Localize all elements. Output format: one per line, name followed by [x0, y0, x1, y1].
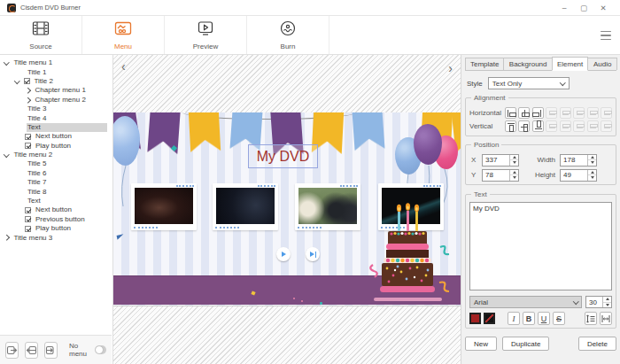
- move-out-button[interactable]: [5, 342, 19, 359]
- hamburger-menu-icon[interactable]: [601, 31, 611, 40]
- tab-element[interactable]: Element: [552, 57, 589, 71]
- height-spinner[interactable]: [560, 169, 597, 182]
- align-h-left-button[interactable]: [505, 107, 516, 119]
- element-actions: New Duplicate Delete: [465, 337, 616, 351]
- preview-button[interactable]: Preview: [165, 16, 247, 54]
- letter-spacing-button[interactable]: [600, 312, 612, 325]
- expander-right-icon[interactable]: [25, 97, 30, 103]
- tree-item-next-button[interactable]: Next button: [0, 132, 112, 141]
- tree-item-title-menu-3[interactable]: Title menu 3: [0, 233, 112, 242]
- font-size-spinner[interactable]: [585, 296, 612, 308]
- width-label: Width: [534, 156, 557, 164]
- tree-item-chapter-menu-1[interactable]: Chapter menu 1: [0, 86, 112, 95]
- tree-item-title-6[interactable]: Title 6: [0, 169, 112, 178]
- close-button[interactable]: ✕: [593, 1, 613, 15]
- distribute-v-button-disabled: [601, 120, 612, 132]
- tree-item-play-button[interactable]: Play button: [0, 142, 112, 151]
- dvd-title-text-element[interactable]: My DVD: [248, 144, 318, 168]
- video-thumbnail-3[interactable]: [295, 183, 360, 230]
- align-v-middle-button[interactable]: [518, 120, 530, 132]
- align-h-center-button[interactable]: [518, 107, 530, 119]
- text-content-input[interactable]: My DVD: [469, 202, 612, 290]
- checkbox-checked[interactable]: [25, 143, 31, 149]
- next-button-element[interactable]: [306, 247, 320, 261]
- burn-button[interactable]: Burn: [247, 16, 329, 54]
- confetti-dot: [293, 298, 295, 299]
- tab-audio[interactable]: Audio: [587, 58, 617, 70]
- tree-item-title-5[interactable]: Title 5: [0, 159, 112, 168]
- tab-template[interactable]: Template: [465, 58, 504, 70]
- expander-right-icon[interactable]: [25, 88, 30, 93]
- video-thumbnail-2[interactable]: [213, 183, 278, 230]
- italic-button[interactable]: I: [508, 312, 520, 325]
- x-input[interactable]: [483, 155, 509, 166]
- tree-item-text-2[interactable]: Text: [0, 197, 112, 205]
- tree-item-chapter-menu-2[interactable]: Chapter menu 2: [0, 96, 112, 105]
- confetti-flag: [117, 234, 125, 240]
- balloon-purple: [414, 124, 442, 165]
- tree-item-title-2[interactable]: Title 2: [0, 77, 112, 86]
- bold-button[interactable]: B: [523, 312, 535, 325]
- duplicate-element-button[interactable]: Duplicate: [502, 337, 549, 351]
- strikethrough-button[interactable]: S: [553, 312, 565, 325]
- checkbox-checked[interactable]: [25, 134, 31, 140]
- tree-item-title-4[interactable]: Title 4: [0, 113, 112, 122]
- font-family-dropdown[interactable]: Arial: [469, 296, 582, 308]
- play-button-element[interactable]: [276, 247, 291, 261]
- move-in-button[interactable]: [44, 342, 58, 359]
- menu-tree: Title menu 1 Title 1 Title 2 Chapter men…: [0, 57, 112, 335]
- align-h-right-button[interactable]: [532, 107, 544, 119]
- outline-color-swatch[interactable]: [484, 313, 495, 324]
- delete-element-button[interactable]: Delete: [578, 337, 616, 351]
- style-dropdown[interactable]: Text Only: [488, 77, 570, 89]
- checkbox-checked[interactable]: [25, 207, 31, 213]
- minimize-button[interactable]: –: [554, 1, 574, 15]
- tree-item-title-menu-2[interactable]: Title menu 2: [0, 151, 112, 159]
- tree-item-title-menu-1[interactable]: Title menu 1: [0, 58, 112, 67]
- width-spinner[interactable]: [560, 154, 597, 167]
- checkbox-checked[interactable]: [25, 216, 31, 222]
- y-input[interactable]: [483, 170, 509, 181]
- tree-item-text-selected[interactable]: Text: [0, 123, 112, 132]
- tree-item-next-button-2[interactable]: Next button: [0, 205, 112, 214]
- checkbox-checked[interactable]: [24, 78, 30, 84]
- font-size-input[interactable]: [586, 297, 602, 307]
- tree-item-title-7[interactable]: Title 7: [0, 178, 112, 187]
- chevron-down-icon: [573, 298, 578, 304]
- menu-button[interactable]: Menu: [82, 16, 165, 54]
- play-icon: [282, 252, 286, 257]
- expander-down-icon[interactable]: [4, 151, 9, 157]
- burn-label: Burn: [281, 43, 296, 50]
- align-v-bottom-button[interactable]: [532, 120, 544, 132]
- previous-template-button[interactable]: ‹: [121, 61, 126, 72]
- tree-item-play-button-2[interactable]: Play button: [0, 224, 112, 233]
- y-spinner[interactable]: [482, 169, 519, 182]
- underline-button[interactable]: U: [538, 312, 550, 325]
- birthday-cake-graphic: [366, 201, 450, 306]
- align-v-top-button[interactable]: [505, 120, 516, 132]
- tree-item-title-8[interactable]: Title 8: [0, 187, 112, 196]
- expander-down-icon[interactable]: [14, 78, 19, 83]
- source-button[interactable]: Source: [0, 16, 82, 54]
- tree-item-title-1[interactable]: Title 1: [0, 67, 112, 76]
- expander-down-icon[interactable]: [4, 59, 9, 65]
- tree-item-previous-button[interactable]: Previous button: [0, 215, 112, 224]
- tab-background[interactable]: Background: [503, 58, 552, 70]
- height-input[interactable]: [561, 170, 587, 181]
- font-family-value: Arial: [474, 298, 488, 306]
- text-color-swatch[interactable]: [469, 313, 481, 324]
- new-element-button[interactable]: New: [465, 337, 497, 351]
- x-spinner[interactable]: [482, 154, 519, 167]
- text-legend: Text: [471, 190, 490, 198]
- checkbox-checked[interactable]: [25, 226, 31, 232]
- tree-item-title-3[interactable]: Title 3: [0, 105, 112, 113]
- no-menu-toggle[interactable]: [95, 345, 106, 354]
- balloon-blue-left: [113, 116, 140, 166]
- maximize-button[interactable]: ▢: [574, 1, 593, 15]
- move-back-button[interactable]: [25, 342, 38, 359]
- line-spacing-button[interactable]: [585, 312, 597, 325]
- video-thumbnail-1[interactable]: [131, 183, 197, 230]
- next-template-button[interactable]: ›: [448, 63, 453, 74]
- width-input[interactable]: [561, 155, 587, 166]
- expander-right-icon[interactable]: [4, 235, 9, 240]
